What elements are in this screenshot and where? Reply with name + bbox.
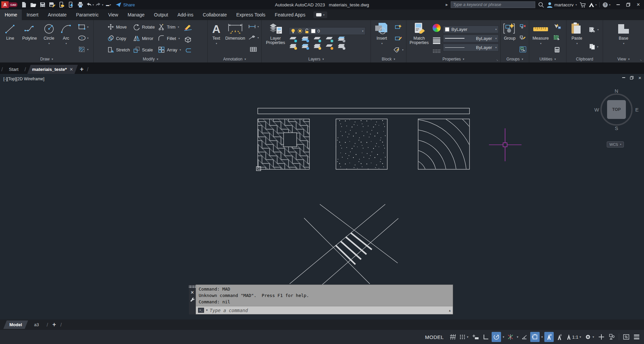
viewcube-west[interactable]: W [594, 107, 599, 113]
status-plus-button[interactable] [597, 332, 606, 342]
insert-button[interactable]: Insert▾ [373, 21, 391, 55]
layer-thaw-button[interactable] [313, 44, 321, 50]
tab-home[interactable]: Home [0, 9, 22, 20]
move-button[interactable]: Move [107, 21, 130, 33]
viewport-restore-icon[interactable] [630, 76, 634, 80]
object-snap-toggle[interactable] [530, 332, 540, 342]
layer-freeze-button[interactable] [313, 36, 321, 42]
tab-featured-apps[interactable]: Featured Apps [270, 9, 310, 20]
tab-collaborate[interactable]: Collaborate [198, 9, 232, 20]
fillet-button[interactable]: Fillet▾ [158, 33, 181, 44]
arc-button[interactable]: Arc▾ [59, 21, 73, 55]
text-button[interactable]: A Text▾ [209, 21, 223, 55]
group-button[interactable]: Group [502, 21, 517, 55]
layer-on-button[interactable] [289, 44, 297, 50]
layer-unlock-button[interactable] [325, 44, 333, 50]
panel-label-groups[interactable]: Groups▾ [501, 55, 529, 62]
command-history[interactable]: Command: MADUnknown command "MAD". Press… [196, 285, 453, 306]
snap-toggle[interactable]: ▼ [458, 332, 470, 342]
object-color-dropdown[interactable]: ByLayer▾ [443, 26, 499, 33]
layout-tab-a3[interactable]: a3 [28, 320, 45, 329]
lineweight-dropdown[interactable]: ByLayer▾ [443, 35, 499, 42]
group-edit-button[interactable] [519, 35, 526, 40]
copy-button[interactable]: Copy [107, 33, 130, 44]
new-layout-button[interactable]: + [52, 321, 56, 328]
autodesk-app-menu[interactable]: ▾ [589, 2, 597, 7]
customization-menu-button[interactable] [632, 332, 641, 342]
save-to-web-mobile-button[interactable] [66, 1, 75, 9]
properties-expander-icon[interactable]: → [495, 57, 500, 62]
search-input[interactable] [453, 2, 533, 7]
tab-manage[interactable]: Manage [123, 9, 149, 20]
model-tab[interactable]: Model [3, 320, 28, 329]
tab-insert[interactable]: Insert [22, 9, 43, 20]
annotation-autoscale-toggle[interactable] [555, 332, 564, 342]
layer-match-button[interactable] [337, 44, 345, 50]
annotation-visibility-toggle[interactable] [544, 332, 554, 342]
view-expander-icon[interactable]: → [639, 57, 643, 62]
new-drawing-tab-button[interactable]: + [80, 66, 84, 73]
quick-calculator-button[interactable] [554, 47, 560, 53]
layer-isolate-button[interactable] [301, 36, 309, 42]
share-button[interactable]: Share [115, 2, 135, 7]
isodraft-toggle[interactable] [506, 332, 515, 342]
plot-button[interactable] [76, 1, 85, 9]
panel-label-view[interactable]: View▾→ [603, 55, 644, 62]
model-space-badge[interactable]: MODEL [422, 334, 447, 340]
erase-icon[interactable] [184, 24, 192, 31]
stretch-button[interactable]: Stretch [107, 44, 130, 55]
scale-button[interactable]: Scale [133, 44, 155, 55]
edit-attributes-button[interactable]: ▾ [393, 47, 403, 52]
save-button[interactable] [38, 1, 47, 9]
restore-button[interactable] [623, 0, 633, 9]
array-button[interactable]: Array▾ [158, 44, 181, 55]
command-recent-caret[interactable]: ▼ [206, 309, 208, 312]
app-menu-button[interactable]: A CAD [1, 1, 17, 8]
copy-clip-button[interactable]: ▾ [589, 44, 598, 50]
tab-output[interactable]: Output [149, 9, 173, 20]
panel-label-clipboard[interactable]: Clipboard [566, 55, 603, 62]
new-file-button[interactable] [19, 1, 28, 9]
quick-select-button[interactable] [553, 24, 561, 29]
layer-lock-button[interactable] [325, 36, 333, 42]
open-from-web-mobile-button[interactable] [57, 1, 66, 9]
command-drag-handle-icon[interactable] [189, 286, 196, 288]
linear-dimension-button[interactable]: ▾ [248, 25, 259, 29]
ortho-toggle[interactable] [481, 332, 491, 342]
object-snap-caret[interactable]: ▼ [541, 336, 543, 339]
ungroup-button[interactable] [519, 24, 526, 29]
panel-label-layers[interactable]: Layers▾ [262, 55, 370, 62]
close-file-tab-icon[interactable]: ✕ [69, 67, 73, 72]
viewcube-north[interactable]: N [615, 88, 618, 94]
tab-parametric[interactable]: Parametric [71, 9, 103, 20]
cut-button[interactable]: ▾ [589, 27, 599, 32]
panel-label-modify[interactable]: Modify▾ [94, 55, 207, 62]
panel-label-utilities[interactable]: Utilities▾ [529, 55, 566, 62]
layer-unisolate-button[interactable] [301, 44, 309, 50]
isodraft-caret[interactable]: ▼ [516, 336, 519, 339]
group-selection-toggle[interactable] [519, 46, 526, 52]
tab-annotate[interactable]: Annotate [43, 9, 71, 20]
dimension-button[interactable]: Dimension [225, 21, 246, 55]
command-window-dock[interactable]: ✕ [189, 285, 196, 314]
command-input[interactable] [210, 308, 447, 313]
panel-label-block[interactable]: Block▾ [371, 55, 406, 62]
ellipse-tool-button[interactable]: ▾ [78, 35, 89, 41]
table-button[interactable] [250, 47, 257, 52]
grid-toggle[interactable] [448, 332, 457, 342]
line-button[interactable]: Line [2, 21, 19, 55]
panel-label-draw[interactable]: Draw▾ [0, 55, 93, 62]
redo-button[interactable]: ▾ [95, 1, 103, 9]
command-expand-caret[interactable]: ▲ [449, 309, 451, 312]
rotate-button[interactable]: Rotate [133, 21, 155, 33]
tab-express-tools[interactable]: Express Tools [232, 9, 270, 20]
polar-tracking-caret[interactable]: ▼ [502, 336, 505, 339]
polar-tracking-toggle[interactable] [492, 332, 501, 342]
layer-make-current-button[interactable] [337, 36, 345, 42]
tab-view[interactable]: View [103, 9, 123, 20]
search-box[interactable] [451, 1, 535, 8]
dynamic-input-toggle[interactable] [471, 332, 480, 342]
layer-dropdown[interactable]: 0 ▾ [289, 27, 365, 35]
object-snap-tracking-toggle[interactable] [520, 332, 529, 342]
qat-customize-button[interactable]: ▬▾ [104, 1, 113, 9]
